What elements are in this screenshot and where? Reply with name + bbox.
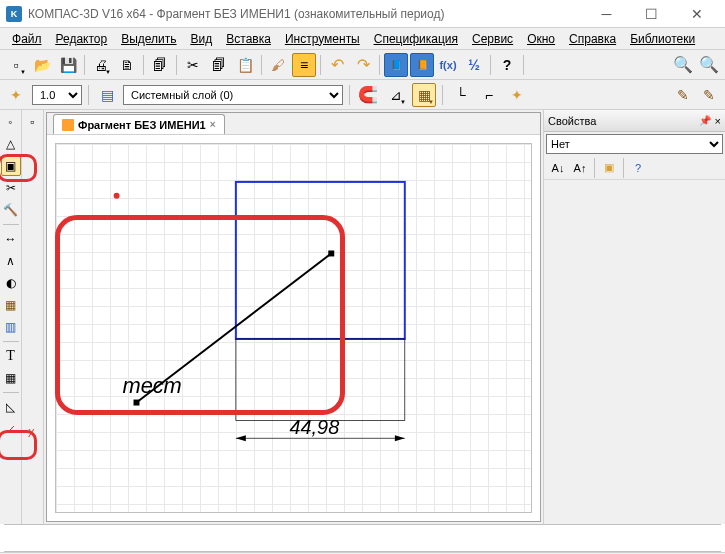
prop-btn-3[interactable]: ▣ bbox=[599, 158, 619, 178]
lb2-icon-1[interactable]: ▫ bbox=[23, 112, 43, 132]
second-toolbar: ✦ 1.0 ▤ Системный слой (0) 🧲 ⊿▼ ▦▼ └ ⌐ ✦… bbox=[0, 80, 725, 110]
preview-button[interactable]: 🗎 bbox=[115, 53, 139, 77]
maximize-button[interactable]: ☐ bbox=[629, 0, 674, 28]
dim-arrow-right bbox=[395, 435, 405, 441]
menu-bar: Файл Редактор Выделить Вид Вставка Инстр… bbox=[0, 28, 725, 50]
help-button[interactable]: ? bbox=[495, 53, 519, 77]
document-tabs: Фрагмент БЕЗ ИМЕНИ1 × bbox=[47, 113, 540, 135]
thin-rectangle bbox=[236, 339, 405, 420]
snap-style-button[interactable]: ✦ bbox=[4, 83, 28, 107]
main-toolbar: ▫▼ 📂 💾 🖨▼ 🗎 🗐 ✂ 🗐 📋 🖌 ≡ ↶ ↷ 📘 📙 f(x) ½ ?… bbox=[0, 50, 725, 80]
menu-help[interactable]: Справка bbox=[563, 30, 622, 48]
star-button[interactable]: ✦ bbox=[505, 83, 529, 107]
properties-select[interactable]: Нет bbox=[546, 134, 723, 154]
close-button[interactable]: ✕ bbox=[674, 0, 719, 28]
blue-tool-1[interactable]: 📘 bbox=[384, 53, 408, 77]
doc-button[interactable]: 🗐 bbox=[148, 53, 172, 77]
app-icon: K bbox=[6, 6, 22, 22]
line-handle-1[interactable] bbox=[134, 400, 140, 406]
minimize-button[interactable]: ─ bbox=[584, 0, 629, 28]
prop-help-button[interactable]: ? bbox=[628, 158, 648, 178]
menu-select[interactable]: Выделить bbox=[115, 30, 182, 48]
new-file-button[interactable]: ▫▼ bbox=[4, 53, 28, 77]
line-width-select[interactable]: 1.0 bbox=[32, 85, 82, 105]
paste-button[interactable]: 📋 bbox=[233, 53, 257, 77]
lb1-hammer-icon[interactable]: 🔨 bbox=[1, 200, 21, 220]
document-icon bbox=[62, 119, 74, 131]
lb1-line-icon[interactable]: ⟋ bbox=[1, 419, 21, 439]
layers-button[interactable]: ▤ bbox=[95, 83, 119, 107]
lb1-geometry-icon[interactable]: ◦ bbox=[1, 112, 21, 132]
pen2-button[interactable]: ✎ bbox=[697, 83, 721, 107]
properties-body bbox=[544, 180, 725, 524]
bottom-panel bbox=[4, 524, 721, 552]
drawing-canvas[interactable]: тест 44,98 bbox=[47, 135, 540, 521]
menu-tools[interactable]: Инструменты bbox=[279, 30, 366, 48]
tab-close-button[interactable]: × bbox=[210, 119, 216, 130]
dim-button[interactable]: ⊿▼ bbox=[384, 83, 408, 107]
menu-service[interactable]: Сервис bbox=[466, 30, 519, 48]
menu-insert[interactable]: Вставка bbox=[220, 30, 277, 48]
sort-asc-button[interactable]: A↓ bbox=[548, 158, 568, 178]
title-bar: K КОМПАС-3D V16 x64 - Фрагмент БЕЗ ИМЕНИ… bbox=[0, 0, 725, 28]
lb1-edit-icon[interactable]: △ bbox=[1, 134, 21, 154]
red-dot bbox=[114, 193, 120, 199]
magnet-button[interactable]: 🧲 bbox=[356, 83, 380, 107]
fx-button[interactable]: f(x) bbox=[436, 53, 460, 77]
pen1-button[interactable]: ✎ bbox=[671, 83, 695, 107]
close-panel-button[interactable]: × bbox=[715, 115, 721, 127]
lb1-arrow-icon[interactable]: ↔ bbox=[1, 229, 21, 249]
properties-button[interactable]: ≡ bbox=[292, 53, 316, 77]
window-title: КОМПАС-3D V16 x64 - Фрагмент БЕЗ ИМЕНИ1 … bbox=[28, 7, 584, 21]
lb1-grid-icon[interactable]: ▦ bbox=[1, 368, 21, 388]
zoom-in-button[interactable]: 🔍 bbox=[671, 53, 695, 77]
menu-editor[interactable]: Редактор bbox=[50, 30, 114, 48]
grid-button[interactable]: ▦▼ bbox=[412, 83, 436, 107]
lb1-triangle-icon[interactable]: ◺ bbox=[1, 397, 21, 417]
layer-select[interactable]: Системный слой (0) bbox=[123, 85, 343, 105]
line-handle-2[interactable] bbox=[328, 250, 334, 256]
document-tab[interactable]: Фрагмент БЕЗ ИМЕНИ1 × bbox=[53, 114, 225, 134]
lb1-circle-icon[interactable]: ◐ bbox=[1, 273, 21, 293]
lb1-cut-icon[interactable]: ✂ bbox=[1, 178, 21, 198]
properties-panel: Свойства 📌 × Нет A↓ A↑ ▣ ? bbox=[543, 110, 725, 524]
coord-button[interactable]: └ bbox=[449, 83, 473, 107]
tab-label: Фрагмент БЕЗ ИМЕНИ1 bbox=[78, 119, 206, 131]
ortho-button[interactable]: ⌐ bbox=[477, 83, 501, 107]
redo-button[interactable]: ↷ bbox=[351, 53, 375, 77]
copy-button[interactable]: 🗐 bbox=[207, 53, 231, 77]
menu-window[interactable]: Окно bbox=[521, 30, 561, 48]
menu-file[interactable]: Файл bbox=[6, 30, 48, 48]
dimension-text: 44,98 bbox=[290, 416, 340, 438]
blue-rectangle bbox=[236, 182, 405, 339]
print-button[interactable]: 🖨▼ bbox=[89, 53, 113, 77]
left-toolbar-1: ◦ △ ▣ ✂ 🔨 ↔ ∧ ◐ ▦ ▥ T ▦ ◺ ⟋ bbox=[0, 110, 22, 524]
lb1-dimension-icon[interactable]: ▣ bbox=[1, 156, 21, 176]
drawing-svg: тест 44,98 bbox=[55, 143, 532, 513]
lb1-text-icon[interactable]: T bbox=[1, 346, 21, 366]
menu-view[interactable]: Вид bbox=[185, 30, 219, 48]
variables-button[interactable]: ½ bbox=[462, 53, 486, 77]
menu-libs[interactable]: Библиотеки bbox=[624, 30, 701, 48]
brush-button[interactable]: 🖌 bbox=[266, 53, 290, 77]
canvas-container: Фрагмент БЕЗ ИМЕНИ1 × bbox=[46, 112, 541, 522]
save-button[interactable]: 💾 bbox=[56, 53, 80, 77]
lb1-table-icon[interactable]: ▥ bbox=[1, 317, 21, 337]
zoom-out-button[interactable]: 🔍 bbox=[697, 53, 721, 77]
lb1-angle-icon[interactable]: ∧ bbox=[1, 251, 21, 271]
cut-button[interactable]: ✂ bbox=[181, 53, 205, 77]
menu-spec[interactable]: Спецификация bbox=[368, 30, 464, 48]
body-area: ◦ △ ▣ ✂ 🔨 ↔ ∧ ◐ ▦ ▥ T ▦ ◺ ⟋ ▫ X bbox=[0, 110, 725, 524]
x-axis-marker: X bbox=[28, 428, 35, 439]
open-button[interactable]: 📂 bbox=[30, 53, 54, 77]
sort-desc-button[interactable]: A↑ bbox=[570, 158, 590, 178]
dim-arrow-left bbox=[236, 435, 246, 441]
properties-header: Свойства 📌 × bbox=[544, 110, 725, 132]
blue-tool-2[interactable]: 📙 bbox=[410, 53, 434, 77]
lb1-hatch-icon[interactable]: ▦ bbox=[1, 295, 21, 315]
undo-button[interactable]: ↶ bbox=[325, 53, 349, 77]
properties-title: Свойства bbox=[548, 115, 596, 127]
pin-button[interactable]: 📌 bbox=[699, 115, 711, 126]
text-label: тест bbox=[123, 373, 182, 398]
left-toolbar-2: ▫ X bbox=[22, 110, 44, 524]
